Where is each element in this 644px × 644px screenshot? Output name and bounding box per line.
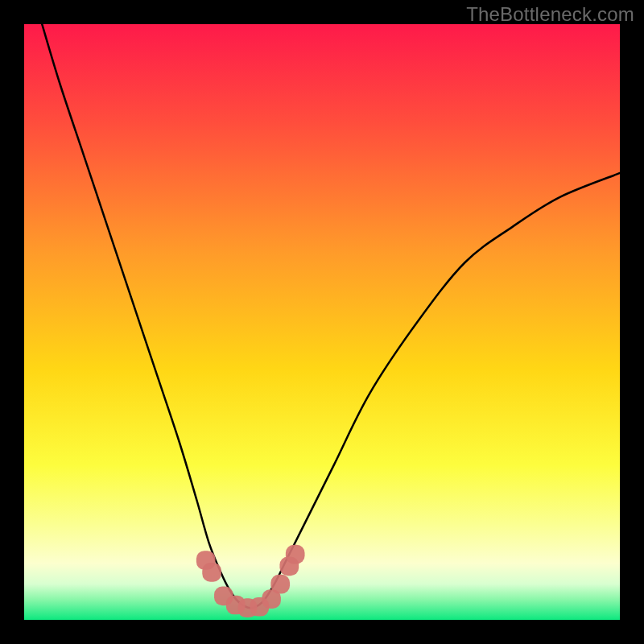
outer-frame: TheBottleneck.com <box>0 0 644 644</box>
highlight-marker <box>286 545 305 564</box>
highlight-marker <box>202 563 221 582</box>
plot-area <box>24 24 620 620</box>
watermark-text: TheBottleneck.com <box>466 3 634 26</box>
highlight-marker <box>270 575 290 594</box>
bottleneck-curve <box>42 24 620 608</box>
marker-group <box>196 545 305 617</box>
chart-svg <box>24 24 620 620</box>
